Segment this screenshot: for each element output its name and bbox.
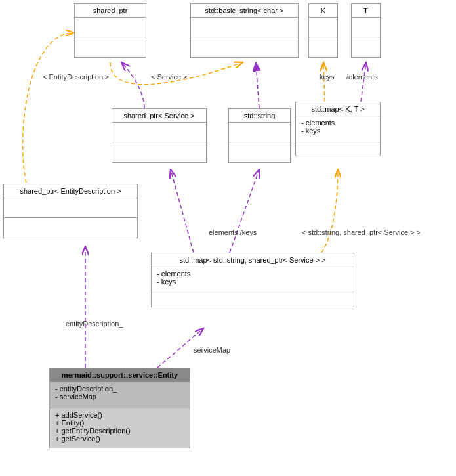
- elements-label: /elements: [346, 73, 378, 81]
- std-map-service-header: std::map< std::string, shared_ptr< Servi…: [152, 253, 354, 267]
- shared-ptr-service-section1: [112, 123, 206, 142]
- std-string-header: std::string: [229, 109, 290, 123]
- basic-string-section1: [191, 18, 298, 37]
- K-header: K: [309, 4, 337, 18]
- T-section2: [352, 37, 380, 57]
- entity-desc-field-label: entityDescription_: [66, 320, 123, 328]
- std-map-kt-section1: - elements- keys: [296, 116, 380, 142]
- shared-ptr-section1: [75, 18, 146, 37]
- entity-class-box: mermaid::support::service::Entity - enti…: [49, 368, 190, 448]
- std-string-section1: [229, 123, 290, 142]
- shared-ptr-entity-section1: [4, 198, 137, 218]
- shared-ptr-entity-box: shared_ptr< EntityDescription >: [3, 184, 138, 238]
- shared-ptr-service-box: shared_ptr< Service >: [112, 108, 207, 163]
- T-header: T: [352, 4, 380, 18]
- std-string-box: std::string: [228, 108, 291, 163]
- entity-class-attrs: - entityDescription_- serviceMap: [50, 382, 190, 408]
- std-map-kt-section2: [296, 142, 380, 156]
- std-map-kt-box: std::map< K, T > - elements- keys: [295, 102, 381, 156]
- std-string-section2: [229, 142, 290, 162]
- service-map-label: serviceMap: [194, 346, 230, 354]
- T-section1: [352, 18, 380, 37]
- K-box: K: [308, 3, 338, 58]
- shared-ptr-entity-section2: [4, 218, 137, 238]
- shared-ptr-service-section2: [112, 142, 206, 162]
- elements-keys-label: elements /keys: [209, 228, 257, 236]
- shared-ptr-header: shared_ptr: [75, 4, 146, 18]
- std-map-service-section2: [152, 293, 354, 307]
- T-box: T: [351, 3, 381, 58]
- entity-class-methods: + addService()+ Entity()+ getEntityDescr…: [50, 408, 190, 448]
- basic-string-box: std::basic_string< char >: [190, 3, 299, 58]
- entity-class-header: mermaid::support::service::Entity: [50, 368, 190, 382]
- shared-ptr-box: shared_ptr: [74, 3, 146, 58]
- keys-label: keys: [320, 73, 335, 81]
- shared-ptr-section2: [75, 37, 146, 57]
- diagram-container: shared_ptr std::basic_string< char > K T…: [0, 0, 456, 476]
- K-section1: [309, 18, 337, 37]
- basic-string-section2: [191, 37, 298, 57]
- K-section2: [309, 37, 337, 57]
- shared-ptr-entity-header: shared_ptr< EntityDescription >: [4, 184, 137, 198]
- std-string-shared-ptr-label: < std::string, shared_ptr< Service > >: [302, 228, 421, 236]
- std-map-service-box: std::map< std::string, shared_ptr< Servi…: [151, 253, 354, 307]
- entity-desc-label: < EntityDescription >: [43, 73, 110, 81]
- shared-ptr-service-header: shared_ptr< Service >: [112, 109, 206, 123]
- service-label: < Service >: [151, 73, 188, 81]
- basic-string-header: std::basic_string< char >: [191, 4, 298, 18]
- std-map-kt-header: std::map< K, T >: [296, 102, 380, 116]
- std-map-service-section1: - elements- keys: [152, 267, 354, 293]
